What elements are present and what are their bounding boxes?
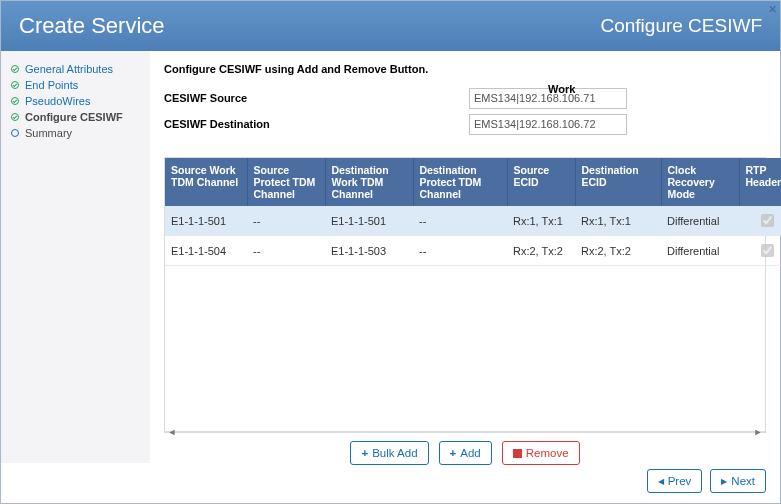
- rtp-header-cell: [739, 236, 781, 266]
- sidebar-item-summary[interactable]: Summary: [11, 125, 140, 141]
- cesiwf-table: Source Work TDM Channel Source Protect T…: [164, 157, 766, 432]
- prev-button[interactable]: Prev: [647, 469, 703, 493]
- col-source-work-tdm[interactable]: Source Work TDM Channel: [165, 158, 247, 206]
- button-label: Remove: [526, 447, 569, 459]
- cesiwf-destination-input[interactable]: [469, 114, 627, 135]
- plus-icon: [361, 447, 368, 459]
- cell: Rx:1, Tx:1: [575, 206, 661, 236]
- plus-icon: [450, 447, 457, 459]
- button-label: Next: [731, 475, 755, 487]
- sidebar-item-label: PseudoWires: [25, 95, 90, 107]
- col-source-ecid[interactable]: Source ECID: [507, 158, 575, 206]
- cell: --: [247, 206, 325, 236]
- table-row[interactable]: E1-1-1-504 -- E1-1-1-503 -- Rx:2, Tx:2 R…: [165, 236, 781, 266]
- bulk-add-button[interactable]: Bulk Add: [350, 441, 428, 465]
- button-label: Prev: [668, 475, 692, 487]
- next-button[interactable]: Next: [710, 469, 766, 493]
- main-panel: Configure CESIWF using Add and Remove Bu…: [150, 51, 780, 463]
- cell: Rx:2, Tx:2: [507, 236, 575, 266]
- form-area: Work CESIWF Source CESIWF Destination: [164, 85, 766, 137]
- check-icon: [11, 113, 19, 121]
- destination-label: CESIWF Destination: [164, 118, 469, 130]
- cell: --: [413, 236, 507, 266]
- page-subtitle: Configure CESIWF: [600, 15, 762, 37]
- cell: Rx:2, Tx:2: [575, 236, 661, 266]
- cell: E1-1-1-501: [165, 206, 247, 236]
- scroll-right-arrow-icon[interactable]: ►: [752, 427, 764, 437]
- sidebar-item-label: General Attributes: [25, 63, 113, 75]
- sidebar-item-general-attributes[interactable]: General Attributes: [11, 61, 140, 77]
- caret-right-icon: [721, 475, 727, 487]
- col-source-protect-tdm[interactable]: Source Protect TDM Channel: [247, 158, 325, 206]
- sidebar-item-label: End Points: [25, 79, 78, 91]
- header-bar: Create Service Configure CESIWF: [1, 1, 780, 51]
- wizard-footer: Prev Next: [1, 463, 780, 503]
- cell: --: [247, 236, 325, 266]
- table-header-row: Source Work TDM Channel Source Protect T…: [165, 158, 781, 206]
- col-dest-ecid[interactable]: Destination ECID: [575, 158, 661, 206]
- table-row[interactable]: E1-1-1-501 -- E1-1-1-501 -- Rx:1, Tx:1 R…: [165, 206, 781, 236]
- rtp-checkbox[interactable]: [761, 244, 774, 257]
- remove-button[interactable]: Remove: [502, 441, 580, 465]
- stop-icon: [513, 449, 522, 458]
- horizontal-scrollbar[interactable]: ◄ ►: [164, 432, 766, 433]
- source-label: CESIWF Source: [164, 92, 469, 104]
- check-icon: [11, 65, 19, 73]
- body: General Attributes End Points PseudoWire…: [1, 51, 780, 463]
- cell: Rx:1, Tx:1: [507, 206, 575, 236]
- rtp-header-cell: [739, 206, 781, 236]
- page-title: Create Service: [19, 13, 165, 39]
- col-dest-protect-tdm[interactable]: Destination Protect TDM Channel: [413, 158, 507, 206]
- col-rtp-header[interactable]: RTP Header: [739, 158, 781, 206]
- form-row-destination: CESIWF Destination: [164, 111, 766, 137]
- rtp-checkbox[interactable]: [761, 214, 774, 227]
- instruction-text: Configure CESIWF using Add and Remove Bu…: [164, 63, 766, 75]
- check-icon: [11, 81, 19, 89]
- create-service-window: ✕ Create Service Configure CESIWF Genera…: [0, 0, 781, 504]
- button-label: Bulk Add: [372, 447, 417, 459]
- button-label: Add: [460, 447, 480, 459]
- add-button[interactable]: Add: [439, 441, 492, 465]
- cell: --: [413, 206, 507, 236]
- check-icon: [11, 97, 19, 105]
- sidebar-item-label: Summary: [25, 127, 72, 139]
- col-clock-recovery[interactable]: Clock Recovery Mode: [661, 158, 739, 206]
- cell: Differential: [661, 206, 739, 236]
- cell: E1-1-1-504: [165, 236, 247, 266]
- table-empty-space: [165, 266, 765, 432]
- sidebar-item-pseudowires[interactable]: PseudoWires: [11, 93, 140, 109]
- sidebar-item-end-points[interactable]: End Points: [11, 77, 140, 93]
- wizard-sidebar: General Attributes End Points PseudoWire…: [1, 51, 150, 463]
- form-row-source: CESIWF Source: [164, 85, 766, 111]
- cell: E1-1-1-503: [325, 236, 413, 266]
- work-column-label: Work: [548, 83, 575, 95]
- cell: Differential: [661, 236, 739, 266]
- circle-icon: [11, 129, 19, 137]
- sidebar-item-label: Configure CESIWF: [25, 111, 123, 123]
- close-icon[interactable]: ✕: [765, 2, 779, 16]
- cell: E1-1-1-501: [325, 206, 413, 236]
- sidebar-item-configure-cesiwf[interactable]: Configure CESIWF: [11, 109, 140, 125]
- table-actions: Bulk Add Add Remove: [164, 441, 766, 465]
- col-dest-work-tdm[interactable]: Destination Work TDM Channel: [325, 158, 413, 206]
- scroll-left-arrow-icon[interactable]: ◄: [166, 427, 178, 437]
- caret-left-icon: [658, 475, 664, 487]
